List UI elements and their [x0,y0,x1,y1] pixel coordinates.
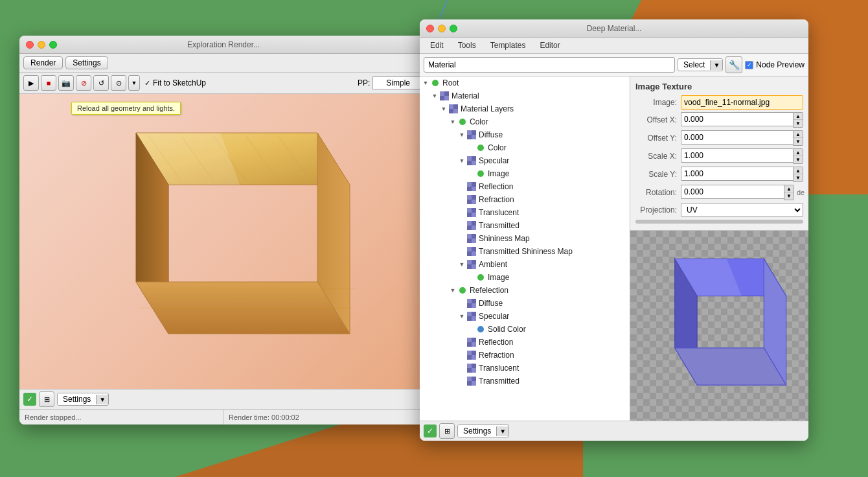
rotation-down[interactable]: ▼ [784,192,794,200]
tree-item-shininess-map[interactable]: Shininess Map [420,232,630,245]
green-check-icon[interactable]: ✓ [23,393,36,406]
tree-item-diffuse2[interactable]: Diffuse [420,297,630,310]
rotation-up[interactable]: ▲ [784,185,794,192]
deep-material-window: Deep Material... Edit Tools Templates Ed… [420,19,808,441]
tree-item-specular2[interactable]: ▼ Specular [420,310,630,323]
menu-editor[interactable]: Editor [533,39,566,52]
tree-item-image-leaf[interactable]: Image [420,167,630,180]
projection-property-row: Projection: UV Box Spherical [635,203,803,217]
svg-rect-62 [472,312,476,316]
offset-x-stepper[interactable]: ▲ ▼ [793,112,803,128]
projection-select[interactable]: UV Box Spherical [681,203,803,217]
tree-item-translucent[interactable]: Translucent [420,206,630,219]
svg-rect-29 [467,182,472,187]
dm-grid-view-button[interactable]: ⊞ [439,423,455,439]
dm-close-button[interactable] [426,25,434,32]
menu-edit[interactable]: Edit [424,39,450,52]
offset-y-input[interactable] [681,130,793,145]
offset-y-up[interactable]: ▲ [794,131,803,138]
image-texture-panel: Image Texture Image: Offset X: ▲ ▼ [630,76,808,421]
color-icon [457,117,468,127]
tree-item-reflection[interactable]: Reflection [420,180,630,193]
offset-x-up[interactable]: ▲ [794,113,803,120]
tree-item-transmitted2[interactable]: Transmitted [420,375,630,388]
svg-rect-30 [472,182,476,187]
material-input[interactable] [424,57,675,73]
tree-item-transmitted-shininess[interactable]: Transmitted Shininess Map [420,245,630,258]
tree-item-transmitted[interactable]: Transmitted [420,219,630,232]
dm-minimize-button[interactable] [438,25,446,32]
svg-rect-32 [472,187,476,191]
cancel-button[interactable]: ⊘ [76,75,91,91]
offset-y-stepper[interactable]: ▲ ▼ [793,130,803,146]
dm-settings-select[interactable]: Settings ▼ [457,425,509,437]
settings-dropdown-arrow[interactable]: ▼ [96,395,108,404]
tree-item-ambient[interactable]: ▼ Ambient [420,258,630,271]
refraction2-label: Refraction [479,351,514,360]
scale-y-stepper[interactable]: ▲ ▼ [793,167,803,182]
scale-y-down[interactable]: ▼ [794,174,803,181]
tree-item-material[interactable]: ▼ Material [420,89,630,102]
camera-button[interactable]: 📷 [58,75,74,91]
svg-rect-28 [472,161,476,165]
tree-item-specular[interactable]: ▼ Specular [420,154,630,167]
scale-x-stepper[interactable]: ▲ ▼ [793,148,803,164]
offset-y-down[interactable]: ▼ [794,138,803,145]
minimize-button[interactable] [38,41,45,49]
eyedropper-button[interactable]: 🔧 [725,56,742,73]
tree-item-translucent2[interactable]: Translucent [420,362,630,375]
tree-item-reflection2[interactable]: Reflection [420,336,630,349]
select-dropdown[interactable]: Select ▼ [678,58,723,71]
svg-rect-73 [467,364,472,368]
select-text: Select [678,59,710,71]
close-button[interactable] [26,41,34,49]
stop-button[interactable]: ■ [41,75,56,91]
scale-y-input[interactable] [681,167,793,181]
rotation-stepper[interactable]: ▲ ▼ [784,185,794,200]
properties-scrollbar[interactable] [635,220,803,224]
rotation-label: Rotation: [635,188,681,197]
view-button[interactable]: ⊙ [111,75,126,91]
play-button[interactable]: ▶ [23,75,39,91]
rotation-input[interactable] [681,185,784,199]
scale-y-up[interactable]: ▲ [794,167,803,174]
projection-select-group: UV Box Spherical [681,203,803,217]
dropdown-button[interactable]: ▼ [128,75,140,91]
select-arrow-icon[interactable]: ▼ [710,60,722,70]
svg-rect-22 [472,130,476,135]
tree-item-refraction[interactable]: Refraction [420,193,630,206]
offset-x-input[interactable] [681,112,793,126]
svg-rect-17 [449,104,453,109]
settings-select[interactable]: Settings ▼ [57,393,109,406]
tree-item-material-layers[interactable]: ▼ Material Layers [420,102,630,115]
grid-view-button[interactable]: ⊞ [39,391,54,407]
image-prop-input[interactable] [681,95,803,110]
dm-maximize-button[interactable] [450,25,457,32]
maximize-button[interactable] [49,41,57,49]
tree-item-solid-color[interactable]: Solid Color [420,323,630,336]
tree-item-root[interactable]: ▼ Root [420,76,630,89]
node-preview-checkbox[interactable]: ✓ [745,61,753,69]
menu-tools[interactable]: Tools [451,39,483,52]
image-leaf-icon [475,169,486,179]
tree-item-diffuse[interactable]: ▼ Diffuse [420,128,630,141]
refresh-button[interactable]: ↺ [93,75,109,91]
render-tab[interactable]: Render [23,56,63,69]
menu-templates[interactable]: Templates [484,39,532,52]
offset-x-down[interactable]: ▼ [794,120,803,127]
tree-item-ambient-image[interactable]: Image [420,271,630,284]
scale-x-down[interactable]: ▼ [794,156,803,163]
tree-item-refelection[interactable]: ▼ Refelection [420,284,630,297]
traffic-lights [26,41,57,49]
scale-x-up[interactable]: ▲ [794,149,803,156]
tree-item-color[interactable]: ▼ Color [420,115,630,128]
settings-tab[interactable]: Settings [65,56,108,69]
tree-item-refraction2[interactable]: Refraction [420,349,630,362]
svg-rect-47 [467,238,472,243]
dm-settings-dropdown-arrow[interactable]: ▼ [496,426,508,436]
fit-to-sketchup: ✓ Fit to SketchUp [144,78,206,87]
dm-green-check-icon[interactable]: ✓ [424,425,437,437]
svg-rect-53 [467,260,472,264]
scale-x-input[interactable] [681,148,793,163]
tree-item-color-leaf[interactable]: Color [420,141,630,154]
